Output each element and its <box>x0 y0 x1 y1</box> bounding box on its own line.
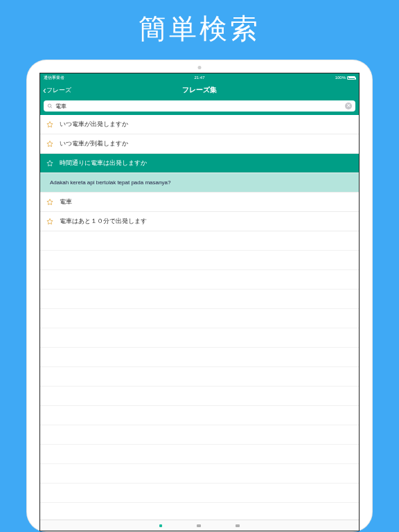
tab-item[interactable] <box>197 524 201 527</box>
row-text: 時間通りに電車は出発しますか <box>60 159 147 168</box>
back-label: フレーズ <box>46 86 71 95</box>
battery-icon <box>347 76 355 80</box>
phrase-row[interactable]: いつ電車が出発しますか <box>40 115 359 134</box>
results-list[interactable]: いつ電車が出発しますかいつ電車が到着しますか時間通りに電車は出発しますかAdak… <box>40 115 359 520</box>
star-icon[interactable] <box>46 198 54 206</box>
nav-bar: ‹ フレーズ フレーズ集 <box>40 82 359 98</box>
svg-line-1 <box>51 107 53 109</box>
empty-rows <box>40 231 359 503</box>
search-query-text: 電車 <box>55 103 345 110</box>
row-text: 電車はあと１０分で出発します <box>60 218 147 226</box>
ipad-device-frame: 通信事業者 21:47 100% ‹ フレーズ フレーズ集 <box>27 60 372 531</box>
battery-percent: 100% <box>335 76 346 80</box>
row-text: Adakah kereta api bertolak tepat pada ma… <box>50 179 170 186</box>
page-title: フレーズ集 <box>182 85 217 95</box>
clock-label: 21:47 <box>194 76 204 80</box>
phrase-row[interactable]: 電車はあと１０分で出発します <box>40 212 359 231</box>
row-text: 電車 <box>60 198 72 206</box>
status-bar: 通信事業者 21:47 100% <box>40 73 359 82</box>
app-screen: 通信事業者 21:47 100% ‹ フレーズ フレーズ集 <box>39 73 360 531</box>
tab-item-active[interactable] <box>159 524 162 527</box>
promo-title: 簡単検索 <box>139 10 260 48</box>
svg-point-0 <box>48 104 51 107</box>
battery-indicator: 100% <box>335 76 355 80</box>
translation-row[interactable]: Adakah kereta api bertolak tepat pada ma… <box>40 173 359 193</box>
star-icon[interactable] <box>46 140 54 148</box>
search-bar: 電車 ✕ <box>40 98 359 115</box>
search-icon <box>47 103 53 109</box>
star-icon[interactable] <box>46 121 54 129</box>
phrase-row[interactable]: 時間通りに電車は出発しますか <box>40 154 359 173</box>
star-icon[interactable] <box>46 218 54 226</box>
promo-background: 簡単検索 通信事業者 21:47 100% ‹ フレーズ フレーズ集 <box>0 0 399 532</box>
search-input[interactable]: 電車 ✕ <box>44 100 355 112</box>
phrase-row[interactable]: いつ電車が到着しますか <box>40 134 359 154</box>
tab-item[interactable] <box>236 524 240 527</box>
phrase-row[interactable]: 電車 <box>40 193 359 212</box>
carrier-label: 通信事業者 <box>44 75 64 81</box>
row-text: いつ電車が到着しますか <box>60 140 128 148</box>
clear-search-button[interactable]: ✕ <box>345 103 352 109</box>
back-button[interactable]: ‹ フレーズ <box>43 85 71 95</box>
star-icon[interactable] <box>46 159 54 168</box>
device-camera-dot <box>198 66 202 69</box>
tab-bar <box>40 520 359 531</box>
row-text: いつ電車が出発しますか <box>60 121 128 129</box>
